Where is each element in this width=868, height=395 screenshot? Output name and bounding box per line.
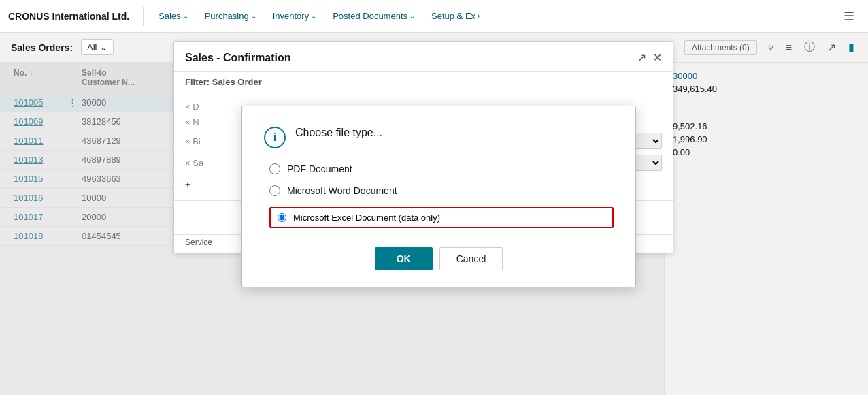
header-icons: ▿ ≡ ⓘ ↗ ▮ bbox=[765, 39, 857, 56]
word-label: Microsoft Word Document bbox=[287, 185, 397, 196]
row-x: × D bbox=[185, 101, 199, 112]
nav-sales-label: Sales bbox=[158, 11, 181, 21]
file-option-word[interactable]: Microsoft Word Document bbox=[269, 185, 614, 196]
nav-setup-label: Setup & Ex bbox=[431, 11, 475, 21]
nav-inventory-label: Inventory bbox=[273, 11, 309, 21]
chevron-down-icon: ⌄ bbox=[100, 42, 107, 52]
filter-value-label: All bbox=[87, 42, 97, 52]
filter-icon[interactable]: ▿ bbox=[765, 40, 776, 55]
file-options: PDF Document Microsoft Word Document Mic… bbox=[264, 163, 614, 228]
nav-posted-docs-label: Posted Documents bbox=[333, 11, 407, 21]
rp-row: 30000 bbox=[673, 71, 860, 81]
attachments-badge[interactable]: Attachments (0) bbox=[684, 40, 757, 55]
row-x: × Sa bbox=[185, 158, 203, 168]
nav-item-inventory[interactable]: Inventory ⌄ bbox=[266, 7, 323, 25]
excel-label: Microsoft Excel Document (data only) bbox=[293, 212, 440, 223]
excel-radio[interactable] bbox=[278, 213, 286, 222]
info-icon[interactable]: ⓘ bbox=[801, 39, 818, 56]
rp-row: 1,996.90 bbox=[673, 134, 860, 144]
right-panel: 30000 349,615.40 9,502.16 1,996.90 0.00 bbox=[664, 63, 868, 395]
nav-divider bbox=[143, 7, 144, 26]
rp-row: 349,615.40 bbox=[673, 84, 860, 94]
chevron-right-icon: › bbox=[478, 12, 480, 20]
panel-title: Sales - Confirmation bbox=[185, 52, 291, 64]
file-type-dialog: i Choose file type... PDF Document Micro… bbox=[241, 106, 636, 287]
nav-item-sales[interactable]: Sales ⌄ bbox=[152, 7, 195, 25]
dialog-buttons: OK Cancel bbox=[264, 247, 614, 270]
nav-item-purchasing[interactable]: Purchasing ⌄ bbox=[198, 7, 263, 25]
rp-extra-3: 0.00 bbox=[673, 147, 690, 157]
nav-item-posted-documents[interactable]: Posted Documents ⌄ bbox=[326, 7, 422, 25]
rp-value-amount: 349,615.40 bbox=[673, 84, 717, 94]
file-option-excel-wrapper: Microsoft Excel Document (data only) bbox=[269, 207, 614, 228]
chevron-down-icon: ⌄ bbox=[410, 12, 415, 20]
chevron-down-icon: ⌄ bbox=[311, 12, 316, 20]
rp-extra-2: 1,996.90 bbox=[673, 134, 707, 144]
expand-icon[interactable]: ↗ bbox=[824, 40, 839, 55]
rp-value: 30000 bbox=[673, 71, 697, 81]
info-icon: i bbox=[264, 127, 286, 148]
row-x: × N bbox=[185, 117, 199, 127]
rp-row: 9,502.16 bbox=[673, 121, 860, 131]
dialog-header: i Choose file type... bbox=[264, 125, 614, 148]
rp-extra-1: 9,502.16 bbox=[673, 121, 707, 131]
rp-row: 0.00 bbox=[673, 147, 860, 157]
nav-item-setup[interactable]: Setup & Ex › bbox=[424, 7, 486, 25]
bookmark-icon[interactable]: ▮ bbox=[846, 40, 857, 55]
maximize-icon[interactable]: ↗ bbox=[637, 51, 646, 64]
filter-dropdown[interactable]: All ⌄ bbox=[81, 40, 113, 55]
top-navigation: CRONUS International Ltd. Sales ⌄ Purcha… bbox=[0, 0, 868, 33]
panel-header: Sales - Confirmation ↗ ✕ bbox=[174, 42, 673, 72]
pdf-radio[interactable] bbox=[269, 163, 280, 174]
page-title: Sales Orders: bbox=[11, 42, 73, 53]
panel-filter-label: Filter: Sales Order bbox=[174, 72, 673, 93]
list-icon[interactable]: ≡ bbox=[783, 40, 795, 55]
ok-button[interactable]: OK bbox=[375, 247, 433, 270]
cancel-dialog-button[interactable]: Cancel bbox=[439, 247, 503, 270]
chevron-down-icon: ⌄ bbox=[251, 12, 256, 20]
pdf-label: PDF Document bbox=[287, 163, 352, 174]
word-radio[interactable] bbox=[269, 185, 280, 196]
panel-header-icons: ↗ ✕ bbox=[637, 51, 662, 64]
row-x: × Bi bbox=[185, 136, 201, 146]
dialog-title: Choose file type... bbox=[295, 125, 382, 140]
chevron-down-icon: ⌄ bbox=[183, 12, 188, 20]
file-option-pdf[interactable]: PDF Document bbox=[269, 163, 614, 174]
hamburger-menu[interactable]: ☰ bbox=[838, 6, 860, 27]
company-name: CRONUS International Ltd. bbox=[8, 11, 129, 22]
nav-purchasing-label: Purchasing bbox=[205, 11, 249, 21]
close-icon[interactable]: ✕ bbox=[653, 51, 662, 64]
